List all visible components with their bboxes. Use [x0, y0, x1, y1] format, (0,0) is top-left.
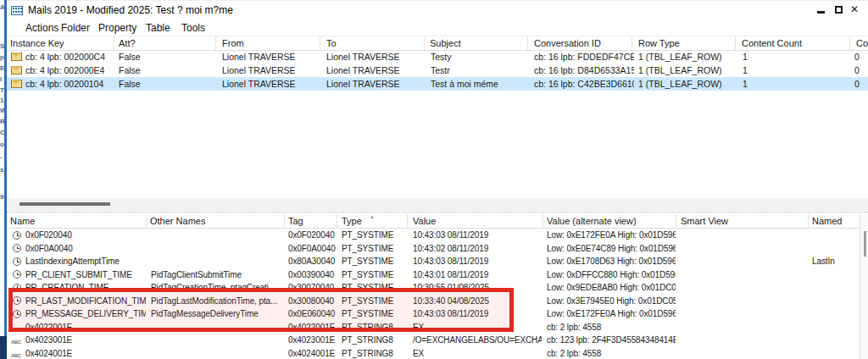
- property-cell: PidTagMessageDeliveryTime: [151, 307, 283, 321]
- column-divider[interactable]: [424, 36, 425, 50]
- message-cell: 1 (TBL_LEAF_ROW): [638, 50, 738, 64]
- property-cell: Low: 0x9EDE8AB0 High: 0x01DC02...: [547, 281, 676, 295]
- column-divider[interactable]: [808, 214, 809, 228]
- property-cell: Low: 0xE0E74C89 High: 0x01D59685: [547, 242, 676, 256]
- menu-property[interactable]: Property: [98, 22, 136, 34]
- maximize-icon: [835, 6, 843, 14]
- pane-splitter[interactable]: [7, 212, 868, 213]
- column-divider[interactable]: [735, 36, 736, 50]
- property-row[interactable]: PR_MESSAGE_DELIVERY_TIMEPidTagMessageDel…: [7, 307, 860, 321]
- column-divider[interactable]: [849, 36, 850, 50]
- property-cell: PidTagClientSubmitTime: [151, 268, 283, 282]
- close-button[interactable]: ✕: [848, 1, 863, 18]
- column-conversation-id[interactable]: Conversation ID: [534, 38, 601, 48]
- horizontal-scrollbar-thumb[interactable]: [19, 202, 110, 206]
- column-row-type[interactable]: Row Type: [638, 38, 680, 48]
- property-cell: 0x4023001E: [288, 334, 337, 347]
- column-smart-view[interactable]: Smart View: [681, 216, 728, 226]
- column-from[interactable]: From: [222, 38, 244, 48]
- column-named[interactable]: Named: [812, 216, 842, 226]
- column-divider[interactable]: [676, 214, 676, 228]
- property-row[interactable]: PR_CLIENT_SUBMIT_TIMEPidTagClientSubmitT…: [7, 268, 860, 282]
- property-cell: Low: 0xE172FE0A High: 0x01D59685: [547, 229, 676, 242]
- property-row[interactable]: LastIndexingAttemptTime0x80A30040PT_SYST…: [7, 255, 860, 268]
- column-value[interactable]: Value: [413, 216, 436, 226]
- property-cell: 10:43:03 08/11/2019: [413, 255, 542, 268]
- menu-tools[interactable]: Tools: [181, 22, 205, 34]
- mail-icon: [11, 52, 22, 61]
- horizontal-scrollbar[interactable]: [7, 198, 868, 211]
- message-cell: Testy: [431, 50, 531, 64]
- property-row[interactable]: ABC0x4024001E0x4024001EPT_STRING8EXcb: 2…: [7, 347, 860, 359]
- menu-folder[interactable]: Folder: [61, 22, 90, 34]
- property-cell: PR_MESSAGE_DELIVERY_TIME: [25, 307, 146, 321]
- property-cell: [151, 242, 283, 256]
- column-divider[interactable]: [407, 214, 408, 228]
- message-cell: Test à moi méme: [431, 77, 531, 91]
- background-window-block: [0, 336, 7, 359]
- property-cell: 0x0E060040: [288, 307, 337, 321]
- property-cell: PT_SYSTIME: [342, 242, 408, 256]
- property-row[interactable]: PR_LAST_MODIFICATION_TIMEPidTagLastModif…: [7, 295, 860, 308]
- property-row[interactable]: ABC0x4022001E0x4022001EPT_STRING8EXcb: 2…: [7, 321, 860, 334]
- column-divider[interactable]: [632, 36, 632, 50]
- property-cell: [681, 255, 808, 268]
- maximize-button[interactable]: [831, 1, 846, 18]
- mails-window: Mails 2019 - Modified 2025: Test ? moi m…: [7, 0, 868, 359]
- message-cell: Lionel TRAVERSE: [222, 77, 322, 91]
- property-row[interactable]: 0x0F0200400x0F020040PT_SYSTIME10:43:03 0…: [7, 229, 860, 242]
- column-divider[interactable]: [146, 214, 147, 228]
- column-name[interactable]: Name: [10, 216, 35, 226]
- message-cell: False: [119, 77, 216, 91]
- column-content-count[interactable]: Content Count: [742, 38, 802, 48]
- message-cell: 1: [743, 77, 776, 91]
- vertical-scrollbar-thumb[interactable]: [864, 231, 866, 257]
- column-subject[interactable]: Subject: [430, 38, 461, 48]
- message-row[interactable]: cb: 4 lpb: 00200104FalseLionel TRAVERSEL…: [7, 77, 868, 91]
- message-cell: cb: 4 lpb: 002000C4: [25, 50, 112, 64]
- property-row[interactable]: ABC0x4023001E0x4023001EPT_STRING8/O=EXCH…: [7, 334, 860, 347]
- column-divider[interactable]: [215, 36, 216, 50]
- menu-actions[interactable]: Actions: [25, 22, 58, 34]
- property-cell: EX: [413, 347, 542, 359]
- message-header-top-line: [7, 36, 868, 36]
- column-att[interactable]: Att?: [119, 38, 136, 48]
- column-value-alt[interactable]: Value (alternate view): [547, 216, 637, 226]
- property-cell: PT_SYSTIME: [342, 255, 408, 268]
- column-divider[interactable]: [320, 36, 320, 50]
- vertical-scrollbar[interactable]: [860, 214, 868, 359]
- property-cell: [681, 321, 808, 334]
- minimize-button[interactable]: [814, 1, 829, 18]
- property-cell: [151, 321, 283, 334]
- property-row[interactable]: PR_CREATION_TIMEPidTagCreationTime, ptag…: [7, 281, 860, 295]
- property-cell: EX: [413, 321, 542, 334]
- message-cell: cb: 16 lpb: FDDEDF47CE...: [534, 50, 634, 64]
- message-row[interactable]: cb: 4 lpb: 002000C4FalseLionel TRAVERSEL…: [7, 50, 868, 64]
- property-cell: [681, 268, 808, 282]
- column-conte[interactable]: Conte: [856, 38, 868, 48]
- column-instance-key[interactable]: Instance Key: [10, 38, 64, 48]
- column-divider[interactable]: [527, 36, 528, 50]
- property-cell: PT_SYSTIME: [342, 281, 408, 295]
- column-type[interactable]: Type: [342, 216, 362, 226]
- column-divider[interactable]: [284, 214, 285, 228]
- menu-table[interactable]: Table: [146, 22, 170, 34]
- property-cell: [812, 268, 858, 282]
- property-cell: [812, 334, 858, 347]
- message-row[interactable]: cb: 4 lpb: 002000E4FalseLionel TRAVERSEL…: [7, 64, 868, 77]
- column-other-names[interactable]: Other Names: [150, 216, 205, 226]
- title-bar: Mails 2019 - Modified 2025: Test ? moi m…: [7, 1, 868, 19]
- message-cell: Lionel TRAVERSE: [222, 50, 322, 64]
- property-cell: [681, 334, 808, 347]
- property-cell: /O=EXCHANGELABS/OU=EXCHA...: [413, 334, 542, 347]
- column-tag[interactable]: Tag: [288, 216, 303, 226]
- column-divider[interactable]: [114, 36, 114, 50]
- property-cell: PT_SYSTIME: [342, 307, 408, 321]
- property-cell: 0x00390040: [288, 268, 337, 282]
- property-row[interactable]: 0x0F0A00400x0F0A0040PT_SYSTIME10:43:02 0…: [7, 242, 860, 256]
- window-title: Mails 2019 - Modified 2025: Test ? moi m…: [28, 4, 233, 16]
- property-cell: PR_CLIENT_SUBMIT_TIME: [25, 268, 146, 282]
- column-divider[interactable]: [337, 214, 337, 228]
- column-to[interactable]: To: [326, 38, 337, 48]
- column-divider[interactable]: [542, 214, 543, 228]
